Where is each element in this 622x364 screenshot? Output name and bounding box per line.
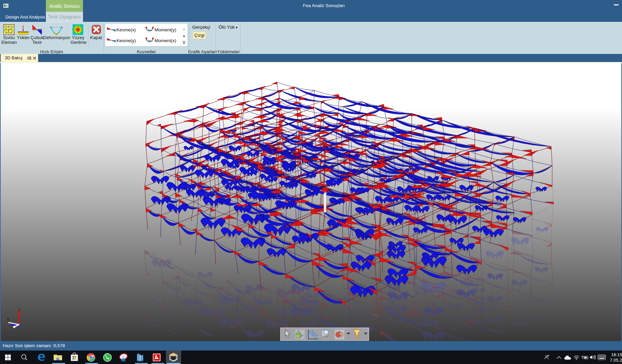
svg-text:100: 100: [322, 335, 327, 338]
svg-text:X: X: [7, 317, 9, 322]
